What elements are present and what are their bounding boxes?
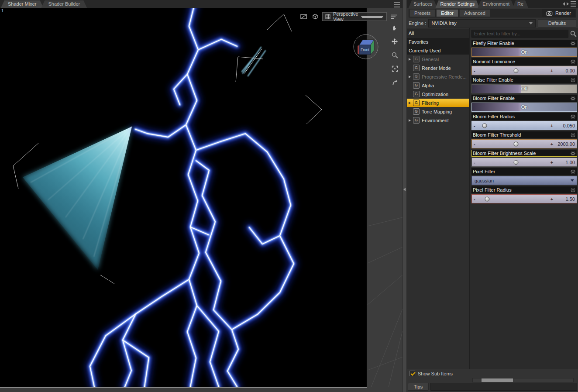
param-header[interactable]: Bloom Filter Enable [471,95,577,102]
toggle-control[interactable]: On [471,48,577,57]
gear-icon[interactable] [570,41,576,46]
category-all[interactable]: All [407,29,469,37]
frame-tool[interactable] [389,63,400,74]
slider-control[interactable]: - + 0.00 [471,66,577,75]
zoom-tool[interactable] [389,50,400,60]
slider-control[interactable]: - + 1.00 [471,158,577,167]
slider-decrement[interactable]: - [474,196,478,202]
tab-scroll-right-icon[interactable] [567,2,569,6]
view-orientation-cube[interactable]: Front [351,33,381,61]
tips-button[interactable]: Tips [408,383,429,391]
slider-decrement[interactable]: - [474,141,478,147]
param-header[interactable]: Bloom Filter Threshold [471,131,577,138]
category-environment[interactable]: G Environment [407,116,469,124]
tab-shader-builder[interactable]: Shader Builder [41,0,87,8]
category-tone-mapping[interactable]: G Tone Mapping [407,107,469,116]
slider-increment[interactable]: + [549,160,555,165]
defaults-button[interactable]: Defaults [538,19,576,28]
tab-surfaces[interactable]: Surfaces [409,0,437,8]
checkbox[interactable] [409,371,415,376]
gear-icon[interactable] [570,59,576,65]
expand-icon[interactable] [409,76,411,78]
horizontal-scrollbar[interactable] [472,378,574,382]
pixel-filter-dropdown[interactable]: gaussian [471,176,577,185]
category-render-mode[interactable]: G Render Mode [407,64,469,72]
gear-icon[interactable] [570,187,576,193]
editor-button[interactable]: Editor [436,9,458,17]
gear-icon[interactable] [570,114,576,120]
category-favorites[interactable]: Favorites [407,38,469,46]
slider-thumb[interactable] [482,123,487,128]
cube-view-icon[interactable] [311,13,320,21]
slider-thumb[interactable] [514,141,519,146]
expand-icon[interactable] [409,58,411,61]
category-progressive-rendering[interactable]: G Progressive Rende... [407,72,469,81]
aux-viewport-icon[interactable] [299,13,308,21]
slider-thumb[interactable] [514,68,519,73]
toggle-control[interactable]: Off [471,84,577,93]
viewport-pane-menu-icon[interactable] [394,2,400,7]
tab-shader-mixer[interactable]: Shader Mixer [1,0,43,8]
param-header[interactable]: Noise Filter Enable [471,76,577,83]
gear-icon[interactable] [570,96,576,101]
gear-icon[interactable] [570,132,576,138]
engine-dropdown[interactable]: NVIDIA Iray [428,19,536,28]
drawstyle-menu-icon[interactable] [389,13,398,21]
slider-track[interactable] [478,66,549,75]
tab-render-settings[interactable]: Render Settings [435,0,479,8]
view-selector-dropdown[interactable]: Perspective View [322,12,387,21]
tab-scroll-left-icon[interactable] [563,2,565,6]
scrollbar-thumb[interactable] [482,378,513,382]
slider-increment[interactable]: + [549,68,555,73]
slider-thumb[interactable] [514,160,519,165]
slider-control[interactable]: - + 1.50 [471,194,577,203]
tab-truncated[interactable]: Re [513,0,528,8]
splitter-collapse-icon[interactable] [403,188,406,191]
slider-track[interactable] [478,195,549,203]
presets-button[interactable]: Presets [409,9,435,17]
panel-menu-icon[interactable] [571,1,576,7]
category-alpha[interactable]: G Alpha [407,81,469,89]
toggle-control[interactable]: On [471,103,577,112]
filter-input[interactable] [471,30,568,38]
tab-environment[interactable]: Environment [478,0,514,8]
param-header[interactable]: Nominal Luminance [471,58,577,65]
param-header[interactable]: Pixel Filter [471,168,577,175]
category-filtering[interactable]: G Filtering [407,99,469,107]
slider-decrement[interactable]: - [474,160,478,165]
slider-track[interactable] [478,121,549,130]
expand-icon[interactable] [409,102,411,104]
reset-view-tool[interactable] [389,77,400,87]
advanced-button[interactable]: Advanced [459,9,490,17]
render-viewport[interactable]: 1 [0,8,367,388]
slider-control[interactable]: - + 2000.00 [471,139,577,148]
category-currently-used[interactable]: Currently Used [407,46,469,55]
gear-icon[interactable] [570,151,576,156]
pane-splitter[interactable] [403,0,407,392]
slider-decrement[interactable]: - [474,123,478,128]
param-header[interactable]: Bloom Filter Radius [471,113,577,120]
slider-track[interactable] [478,140,549,148]
category-optimization[interactable]: G Optimization [407,90,469,98]
gear-icon[interactable] [570,169,576,175]
slider-decrement[interactable]: - [474,68,478,73]
param-header[interactable]: Pixel Filter Radius [471,186,577,193]
slider-thumb[interactable] [485,196,490,201]
slider-increment[interactable]: + [549,196,555,202]
search-icon[interactable] [570,30,577,38]
category-general[interactable]: G General [407,55,469,63]
slider-track[interactable] [478,158,549,166]
slider-increment[interactable]: + [549,123,555,128]
toggle-value: On [472,48,577,56]
slider-value: 2000.00 [555,141,575,147]
show-sub-items-checkbox[interactable]: Show Sub Items [409,371,453,376]
expand-icon[interactable] [409,119,411,122]
param-header[interactable]: Firefly Filter Enable [471,40,577,47]
param-header-selected[interactable]: Bloom Filter Brightness Scale [471,150,577,157]
pan-hand-tool[interactable] [389,23,400,33]
slider-increment[interactable]: + [549,141,555,147]
render-button[interactable]: Render [542,9,575,17]
gear-icon[interactable] [570,77,576,83]
slider-control[interactable]: - + 0.050 [471,121,577,130]
move-tool[interactable] [389,36,400,47]
